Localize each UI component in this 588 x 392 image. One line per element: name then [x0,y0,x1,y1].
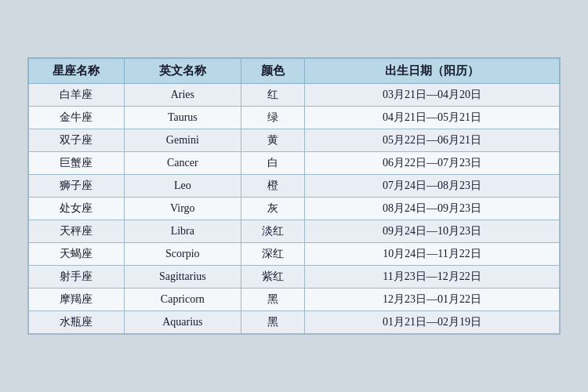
table-row: 摩羯座Capricorn黑12月23日—01月22日 [29,289,560,311]
cell-date: 08月24日—09月23日 [305,198,560,220]
header-zh-name: 星座名称 [29,59,125,84]
cell-color: 橙 [241,175,304,198]
cell-color: 黑 [241,289,304,311]
cell-color: 白 [241,152,304,175]
header-en-name: 英文名称 [124,59,241,84]
cell-zh-name: 处女座 [29,198,125,220]
cell-en-name: Aries [124,84,241,107]
header-color: 颜色 [241,59,304,84]
table-row: 狮子座Leo橙07月24日—08月23日 [29,175,560,198]
cell-date: 06月22日—07月23日 [305,152,560,175]
cell-en-name: Virgo [124,198,241,220]
table-row: 处女座Virgo灰08月24日—09月23日 [29,198,560,220]
cell-zh-name: 金牛座 [29,107,125,129]
cell-color: 黄 [241,129,304,152]
cell-en-name: Gemini [124,129,241,152]
cell-en-name: Libra [124,220,241,243]
cell-zh-name: 水瓶座 [29,311,125,334]
cell-en-name: Cancer [124,152,241,175]
cell-date: 03月21日—04月20日 [305,84,560,107]
table-row: 巨蟹座Cancer白06月22日—07月23日 [29,152,560,175]
cell-color: 黑 [241,311,304,334]
table-row: 天秤座Libra淡红09月24日—10月23日 [29,220,560,243]
cell-color: 深红 [241,243,304,266]
table-row: 天蝎座Scorpio深红10月24日—11月22日 [29,243,560,266]
cell-date: 07月24日—08月23日 [305,175,560,198]
table-row: 白羊座Aries红03月21日—04月20日 [29,84,560,107]
cell-en-name: Leo [124,175,241,198]
table-row: 水瓶座Aquarius黑01月21日—02月19日 [29,311,560,334]
cell-date: 10月24日—11月22日 [305,243,560,266]
cell-zh-name: 天蝎座 [29,243,125,266]
cell-date: 09月24日—10月23日 [305,220,560,243]
cell-zh-name: 白羊座 [29,84,125,107]
cell-zh-name: 双子座 [29,129,125,152]
cell-date: 12月23日—01月22日 [305,289,560,311]
cell-zh-name: 射手座 [29,266,125,289]
cell-zh-name: 狮子座 [29,175,125,198]
cell-en-name: Taurus [124,107,241,129]
table-row: 金牛座Taurus绿04月21日—05月21日 [29,107,560,129]
table-body: 白羊座Aries红03月21日—04月20日金牛座Taurus绿04月21日—0… [29,84,560,334]
table-row: 射手座Sagittarius紫红11月23日—12月22日 [29,266,560,289]
cell-en-name: Aquarius [124,311,241,334]
cell-zh-name: 天秤座 [29,220,125,243]
cell-en-name: Scorpio [124,243,241,266]
cell-color: 紫红 [241,266,304,289]
cell-zh-name: 摩羯座 [29,289,125,311]
zodiac-table: 星座名称 英文名称 颜色 出生日期（阳历） 白羊座Aries红03月21日—04… [28,58,560,334]
cell-en-name: Sagittarius [124,266,241,289]
cell-color: 淡红 [241,220,304,243]
cell-color: 红 [241,84,304,107]
zodiac-table-container: 星座名称 英文名称 颜色 出生日期（阳历） 白羊座Aries红03月21日—04… [27,57,561,335]
header-date: 出生日期（阳历） [305,59,560,84]
table-row: 双子座Gemini黄05月22日—06月21日 [29,129,560,152]
cell-date: 04月21日—05月21日 [305,107,560,129]
cell-en-name: Capricorn [124,289,241,311]
cell-date: 05月22日—06月21日 [305,129,560,152]
cell-color: 灰 [241,198,304,220]
table-header-row: 星座名称 英文名称 颜色 出生日期（阳历） [29,59,560,84]
cell-zh-name: 巨蟹座 [29,152,125,175]
cell-date: 01月21日—02月19日 [305,311,560,334]
cell-color: 绿 [241,107,304,129]
cell-date: 11月23日—12月22日 [305,266,560,289]
